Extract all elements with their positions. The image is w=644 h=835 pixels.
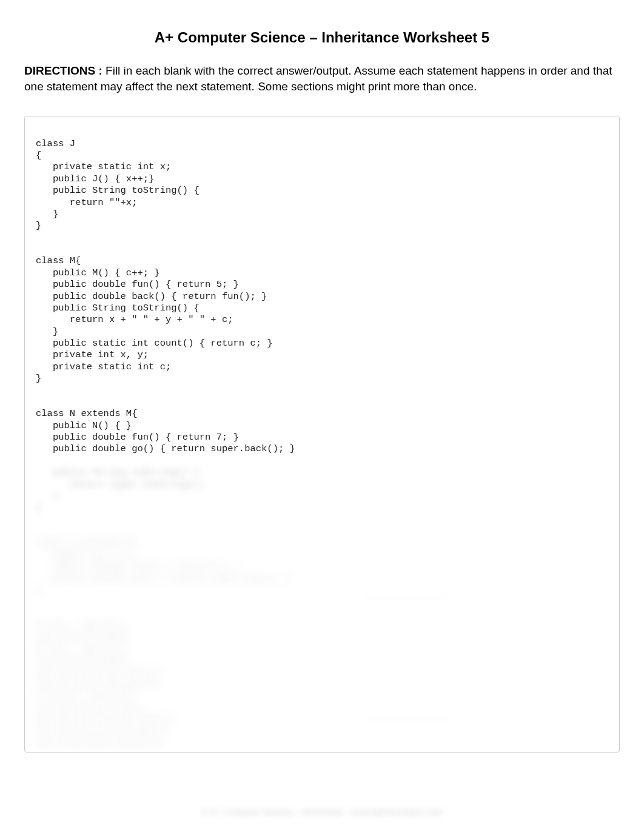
class-n-code: class N extends M{ public N() { } public… bbox=[36, 408, 608, 455]
code-container: class J { private static int x; public J… bbox=[24, 116, 620, 753]
directions-label: DIRECTIONS : bbox=[24, 64, 102, 77]
directions-paragraph: DIRECTIONS : Fill in each blank with the… bbox=[24, 63, 620, 94]
class-m-code: class M{ public M() { c++; } public doub… bbox=[36, 255, 608, 384]
output-marker-1 bbox=[364, 589, 449, 602]
blurred-code-2: class O extends M{ public O() { } public… bbox=[36, 537, 608, 596]
footer-text: © A+ Computer Science – Worksheet – www.… bbox=[0, 807, 644, 817]
blurred-code-1: public String toString() { return super.… bbox=[36, 467, 608, 514]
page-title: A+ Computer Science – Inheritance Worksh… bbox=[24, 29, 620, 46]
output-marker-2 bbox=[364, 711, 449, 723]
blurred-code-3: M one = new M(); out.println(one); N two… bbox=[36, 620, 608, 749]
class-j-code: class J { private static int x; public J… bbox=[36, 138, 608, 232]
directions-text: Fill in each blank with the correct answ… bbox=[24, 64, 612, 93]
